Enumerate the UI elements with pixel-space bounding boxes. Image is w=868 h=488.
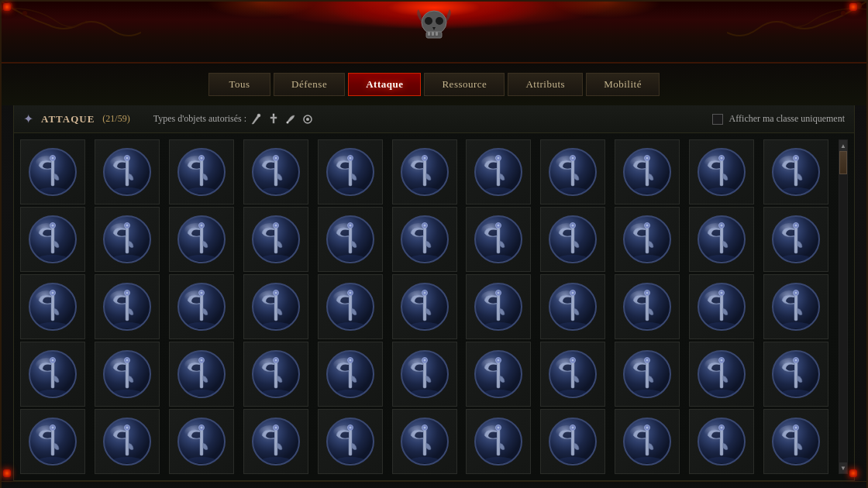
skill-cell[interactable] bbox=[466, 342, 531, 407]
skill-cell[interactable] bbox=[540, 342, 605, 407]
svg-point-17 bbox=[306, 118, 309, 121]
skill-cell[interactable] bbox=[763, 207, 828, 272]
svg-rect-5 bbox=[432, 32, 434, 36]
skill-cell[interactable] bbox=[243, 409, 308, 474]
skill-cell[interactable] bbox=[689, 342, 754, 407]
skill-cell[interactable] bbox=[763, 139, 828, 204]
skill-cell[interactable] bbox=[95, 274, 160, 339]
skill-cell[interactable] bbox=[689, 409, 754, 474]
skill-cell[interactable] bbox=[540, 274, 605, 339]
scroll-up-arrow[interactable]: ▲ bbox=[839, 140, 847, 151]
tab-mobilite[interactable]: Mobilité bbox=[586, 73, 660, 96]
skill-cell[interactable] bbox=[466, 207, 531, 272]
svg-point-317 bbox=[411, 457, 439, 463]
skill-cell[interactable] bbox=[169, 409, 234, 474]
svg-point-275 bbox=[708, 390, 735, 396]
svg-rect-164 bbox=[200, 293, 203, 321]
svg-rect-56 bbox=[497, 158, 500, 186]
svg-point-40 bbox=[274, 157, 277, 160]
svg-point-149 bbox=[782, 255, 810, 261]
skill-cell[interactable] bbox=[20, 139, 85, 204]
svg-point-70 bbox=[646, 157, 649, 160]
skill-cell[interactable] bbox=[243, 342, 308, 407]
skill-cell[interactable] bbox=[615, 409, 680, 474]
skill-cell[interactable] bbox=[20, 342, 85, 407]
scrollbar[interactable]: ▲ ▼ bbox=[839, 139, 848, 474]
skill-cell[interactable] bbox=[95, 342, 160, 407]
skill-cell[interactable] bbox=[318, 139, 383, 204]
class-filter-checkbox[interactable] bbox=[712, 114, 723, 125]
skill-cell[interactable] bbox=[689, 139, 754, 204]
skill-cell[interactable] bbox=[689, 274, 754, 339]
skill-cell[interactable] bbox=[466, 274, 531, 339]
main-window: Tous Défense Attaque Ressource Attributs… bbox=[0, 0, 868, 488]
scroll-thumb[interactable] bbox=[839, 151, 847, 174]
skill-cell[interactable] bbox=[318, 274, 383, 339]
skill-cell[interactable] bbox=[763, 342, 828, 407]
svg-point-269 bbox=[633, 390, 661, 396]
tab-attributs[interactable]: Attributs bbox=[508, 73, 583, 96]
skill-cell[interactable] bbox=[689, 207, 754, 272]
skill-cell[interactable] bbox=[615, 139, 680, 204]
skill-cell[interactable] bbox=[318, 342, 383, 407]
skill-cell[interactable] bbox=[95, 409, 160, 474]
svg-point-148 bbox=[795, 225, 797, 227]
skill-cell[interactable] bbox=[169, 207, 234, 272]
skill-cell[interactable] bbox=[243, 139, 308, 204]
svg-point-239 bbox=[262, 390, 290, 396]
svg-point-340 bbox=[721, 427, 723, 429]
skill-cell[interactable] bbox=[20, 207, 85, 272]
svg-point-8 bbox=[22, 11, 27, 15]
skill-cell[interactable] bbox=[169, 342, 234, 407]
skill-cell[interactable] bbox=[20, 409, 85, 474]
svg-point-286 bbox=[52, 427, 54, 429]
scroll-down-arrow[interactable]: ▼ bbox=[839, 462, 847, 473]
svg-point-202 bbox=[646, 292, 649, 294]
svg-point-256 bbox=[498, 359, 500, 362]
skill-cell[interactable] bbox=[615, 207, 680, 272]
svg-rect-116 bbox=[423, 225, 426, 253]
svg-point-346 bbox=[795, 427, 797, 429]
scroll-track[interactable] bbox=[839, 151, 847, 462]
skill-cell[interactable] bbox=[169, 274, 234, 339]
skill-cell[interactable] bbox=[466, 409, 531, 474]
skill-cell[interactable] bbox=[392, 274, 457, 339]
skill-cell[interactable] bbox=[763, 274, 828, 339]
skill-cell[interactable] bbox=[318, 409, 383, 474]
skill-cell[interactable] bbox=[318, 207, 383, 272]
svg-point-136 bbox=[646, 225, 649, 227]
skill-cell[interactable] bbox=[392, 207, 457, 272]
skill-cell[interactable] bbox=[540, 409, 605, 474]
skill-cell[interactable] bbox=[95, 139, 160, 204]
svg-point-41 bbox=[262, 187, 290, 194]
svg-point-250 bbox=[423, 359, 425, 362]
skill-cell[interactable] bbox=[763, 409, 828, 474]
svg-point-341 bbox=[708, 457, 735, 463]
svg-point-251 bbox=[411, 390, 439, 396]
skill-cell[interactable] bbox=[95, 207, 160, 272]
skill-cell[interactable] bbox=[243, 274, 308, 339]
svg-point-143 bbox=[708, 255, 735, 261]
skill-cell[interactable] bbox=[392, 342, 457, 407]
skill-cell[interactable] bbox=[540, 139, 605, 204]
skill-cell[interactable] bbox=[540, 207, 605, 272]
skill-cell[interactable] bbox=[615, 274, 680, 339]
svg-point-71 bbox=[633, 187, 661, 194]
skill-cell[interactable] bbox=[466, 139, 531, 204]
tab-tous[interactable]: Tous bbox=[208, 73, 270, 96]
svg-point-173 bbox=[262, 322, 290, 328]
tab-ressource[interactable]: Ressource bbox=[424, 73, 505, 96]
svg-point-2 bbox=[436, 17, 443, 25]
svg-point-281 bbox=[782, 390, 810, 396]
skill-cell[interactable] bbox=[243, 207, 308, 272]
skill-cell[interactable] bbox=[392, 409, 457, 474]
tab-attaque[interactable]: Attaque bbox=[348, 73, 421, 96]
svg-rect-218 bbox=[51, 360, 54, 388]
skill-cell[interactable] bbox=[392, 139, 457, 204]
tab-defense[interactable]: Défense bbox=[274, 73, 345, 96]
class-filter-area[interactable]: Afficher ma classe uniquement bbox=[712, 113, 845, 125]
skill-cell[interactable] bbox=[20, 274, 85, 339]
skill-cell[interactable] bbox=[615, 342, 680, 407]
svg-point-304 bbox=[274, 427, 277, 429]
skill-cell[interactable] bbox=[169, 139, 234, 204]
